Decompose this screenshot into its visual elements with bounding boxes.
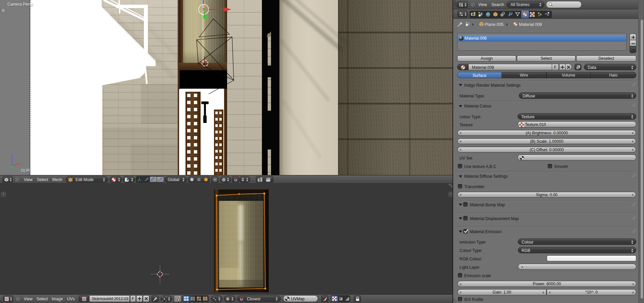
svg-text:z: z — [9, 151, 11, 155]
svg-text:x: x — [21, 162, 22, 166]
